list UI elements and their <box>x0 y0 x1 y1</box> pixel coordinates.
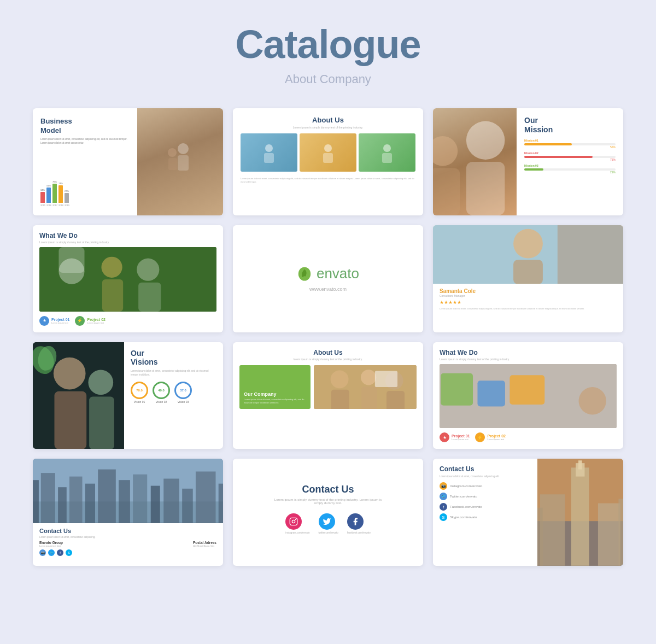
slide-1-body: Lorem ipsum dolor sit amet, consectetur … <box>40 138 130 145</box>
slide-11-facebook-label: facebook.com/envato <box>347 531 371 534</box>
slide-10-address-label: Postal Adress <box>193 541 216 545</box>
svg-point-30 <box>88 370 113 395</box>
slide-12-instagram-link: Instagram.com/envato <box>450 484 482 488</box>
slide-9-subtitle: Lorem ipsum is simply dummy text of the … <box>440 358 617 361</box>
slide-11-instagram-icon <box>285 513 302 530</box>
envato-url: www.envato.com <box>309 286 347 292</box>
svg-point-35 <box>330 370 348 388</box>
slide-12-twitter-icon: 🐦 <box>440 493 447 500</box>
mission-3: Mission 03 21% <box>524 164 616 174</box>
slide-12-twitter-link: Twitter.com/envato <box>450 495 477 498</box>
vision-label-2: Vision 02 <box>153 400 170 403</box>
slide-12-facebook: f Facebook.com/envato <box>440 503 531 511</box>
slide-4-project-1: ★ Project 01 Lorem ipsum text <box>39 316 69 326</box>
svg-rect-63 <box>219 484 223 523</box>
svg-rect-75 <box>619 499 623 566</box>
slide-9-photo <box>440 364 617 429</box>
slide-10-skype-icon: S <box>66 549 72 556</box>
slide-10-instagram-icon: 📷 <box>39 549 46 556</box>
our-company-desc: Lorem ipsum dolor sit amet, consectetur … <box>244 398 306 404</box>
stars: ★★★★★ <box>440 300 617 305</box>
slide-12-skype-link: Skype.com/envato <box>450 516 477 519</box>
slide-contact-centered: Contact Us Lorem ipsum is simply dummy t… <box>233 459 423 566</box>
slide-9-title: What We Do <box>440 349 617 356</box>
slide-11-twitter-icon <box>319 513 335 530</box>
svg-rect-60 <box>163 479 179 523</box>
svg-rect-64 <box>290 518 297 525</box>
svg-point-8 <box>383 144 391 152</box>
svg-rect-54 <box>69 477 82 523</box>
slide-9-project-1-name: Project 01 <box>452 434 470 438</box>
person-description: Lorem ipsum dolor sit amet, consectetur … <box>440 307 617 311</box>
slide-4-projects: ★ Project 01 Lorem ipsum text ⚡ Project … <box>39 316 216 326</box>
slide-12-twitter: 🐦 Twitter.com/envato <box>440 493 531 500</box>
slide-contact-city-2: Contact Us Lorem ipsum dolor sit amet, c… <box>433 459 623 566</box>
slide-testimonial: Samanta Cole Consultant, Manager ★★★★★ L… <box>433 225 623 332</box>
slide-9-project-1-desc: Lorem ipsum text <box>452 438 470 441</box>
slide-7-photo <box>33 342 124 449</box>
slide-2-body: Lorem ipsum dolor sit amet, consectetur … <box>241 177 415 184</box>
svg-point-10 <box>466 121 505 159</box>
slide-4-photo <box>39 247 216 312</box>
svg-rect-55 <box>85 484 95 523</box>
page-title: Catalogue <box>235 22 420 67</box>
svg-rect-61 <box>182 489 193 523</box>
slide-11-title: Contact Us <box>302 484 354 495</box>
slide-4-project-1-desc: Lorem ipsum text <box>51 321 69 324</box>
slide-4-subtitle: Lorem ipsum is simply dummy text of the … <box>39 241 216 244</box>
slide-1-left: BusinessModel Lorem ipsum dolor sit amet… <box>33 108 137 215</box>
svg-point-22 <box>303 276 306 279</box>
slide-our-mission: OurMission Mission 01 52% Mission 02 75%… <box>433 108 623 215</box>
slide-10-facebook-icon: f <box>57 549 63 556</box>
slide-2-photo-1 <box>241 133 297 172</box>
slide-12-facebook-link: Facebook.com/envato <box>450 505 482 508</box>
our-company-box: Our Company Lorem ipsum dolor sit amet, … <box>239 365 311 409</box>
slide-10-company: Envato Group <box>39 541 63 545</box>
svg-rect-74 <box>537 508 543 566</box>
slide-3-content: OurMission Mission 01 52% Mission 02 75%… <box>517 108 623 215</box>
svg-rect-62 <box>196 472 216 523</box>
svg-rect-5 <box>264 153 274 163</box>
slide-4-project-2: ⚡ Project 02 Lorem ipsum text <box>75 316 105 326</box>
slide-11-twitter-label: twitter.com/envato <box>319 531 338 534</box>
envato-leaf-icon <box>297 266 312 282</box>
slide-2-photo-3 <box>359 133 415 172</box>
slide-our-visions: OurVisions Lorem ipsum dolor sit amet, c… <box>33 342 223 449</box>
slide-2-subtitle: Lorem ipsum is simply dummy text of the … <box>241 126 415 129</box>
page-subtitle: About Company <box>285 72 371 86</box>
slide-7-content: OurVisions Lorem ipsum dolor sit amet, c… <box>124 342 223 449</box>
slide-9-project-2: ⚡ Project 02 Lorem ipsum text <box>475 432 505 442</box>
slide-11-instagram-label: instagram.com/envato <box>285 531 309 534</box>
svg-rect-29 <box>54 391 86 449</box>
svg-rect-58 <box>133 475 147 523</box>
slide-business-model: BusinessModel Lorem ipsum dolor sit amet… <box>33 108 223 215</box>
slide-11-facebook-icon <box>347 513 364 530</box>
slide-10-title: Contact Us <box>39 528 216 534</box>
slide-about-us-2: About Us lorem ipsum is simply dummy tex… <box>233 342 423 449</box>
svg-rect-45 <box>477 380 505 406</box>
svg-rect-46 <box>509 375 544 405</box>
svg-rect-11 <box>466 162 505 215</box>
svg-point-37 <box>361 370 376 385</box>
slide-10-content: Contact Us Lorem ipsum dolor sit amet, c… <box>33 523 223 566</box>
slide-7-body: Lorem ipsum dolor sit amet, consectetur … <box>131 370 216 377</box>
slide-9-project-2-desc: Lorem ipsum text <box>487 438 505 441</box>
slide-12-content: Contact Us Lorem ipsum dolor sit amet, c… <box>433 459 537 566</box>
svg-point-65 <box>292 520 295 523</box>
svg-rect-57 <box>119 480 130 523</box>
svg-point-4 <box>265 144 273 152</box>
slide-4-project-2-name: Project 02 <box>87 318 105 321</box>
envato-brand-name: envato <box>317 265 359 282</box>
slide-10-photo <box>33 459 223 523</box>
slide-10-twitter-icon: 🐦 <box>48 549 55 556</box>
svg-rect-31 <box>89 396 114 449</box>
vision-circle-3: 37.0 <box>174 382 192 399</box>
svg-point-12 <box>433 136 458 166</box>
slide-12-instagram-icon: 📷 <box>440 482 447 490</box>
slides-grid: BusinessModel Lorem ipsum dolor sit amet… <box>33 108 623 566</box>
svg-rect-13 <box>433 168 460 215</box>
slide-what-we-do-2: What We Do Lorem ipsum is simply dummy t… <box>433 342 623 449</box>
our-company-label: Our Company <box>244 391 306 397</box>
slide-11-subtitle: Lorem ipsum is simply dummy text of the … <box>273 498 383 505</box>
svg-rect-25 <box>513 260 543 284</box>
